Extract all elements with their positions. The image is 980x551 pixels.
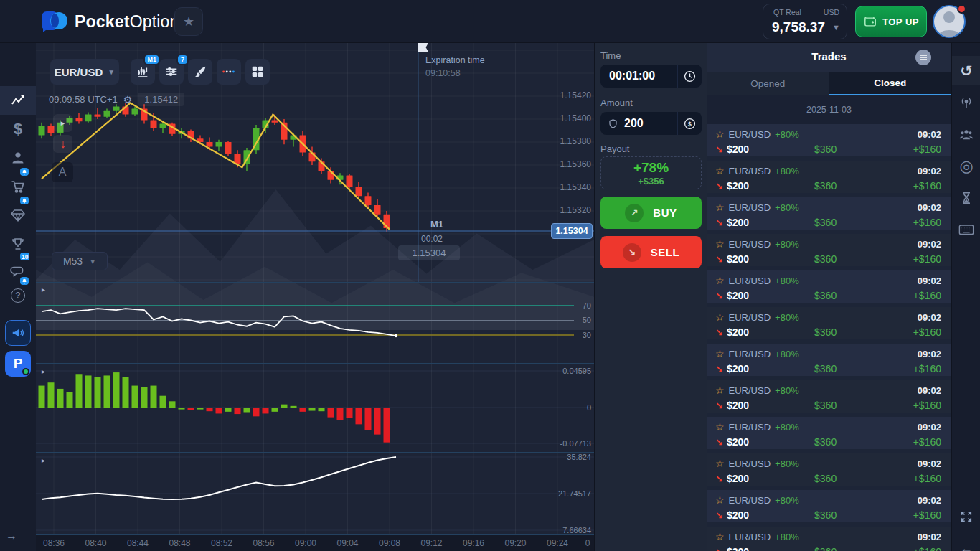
trade-row[interactable]: ☆EUR/USD+80%09:02↘$200$360+$160 (707, 234, 951, 266)
rsi-indicator-panel[interactable] (36, 282, 594, 363)
amount-label: Amount (600, 98, 633, 108)
indicators-icon (164, 65, 179, 79)
trade-row[interactable]: ☆EUR/USD+80%09:02↘$200$360+$160 (707, 270, 951, 303)
favorite-star-icon[interactable]: ☆ (715, 311, 725, 323)
sell-button[interactable]: ↘ SELL (600, 236, 702, 268)
macd-collapse-arrow[interactable]: ▸ (42, 367, 45, 375)
trade-pair: EUR/USD (729, 458, 771, 469)
indicators-button[interactable]: 7 (159, 59, 184, 85)
keyboard-button[interactable] (952, 215, 980, 244)
favorite-star-icon[interactable]: ☆ (715, 275, 725, 286)
panel-divider[interactable] (36, 363, 594, 364)
top-up-button[interactable]: TOP UP (855, 6, 927, 37)
trade-close-time: 09:02 (918, 239, 941, 250)
trade-row[interactable]: ☆EUR/USD+80%09:02↘$200$360+$160 (707, 161, 951, 193)
chart-type-button[interactable]: M1 (131, 59, 155, 85)
panel-divider[interactable] (36, 452, 594, 453)
sidebar-item-market[interactable] (0, 172, 36, 201)
oscillator-axis-label: 21.74517 (541, 489, 591, 498)
favorite-star-icon[interactable]: ☆ (715, 421, 725, 433)
rsi-axis-label: 30 (541, 331, 591, 339)
trade-row[interactable]: ☆EUR/USD+80%09:02↘$200$360+$160 (707, 124, 951, 156)
trade-direction-down-icon: ↘ (715, 327, 723, 338)
tools-dots-button[interactable] (217, 59, 241, 85)
favorite-star-icon[interactable]: ☆ (715, 128, 725, 140)
trade-row[interactable]: ☆EUR/USD+80%09:02↘$200$360+$160 (707, 527, 951, 551)
trade-payout-percent: +80% (775, 349, 799, 359)
time-axis-label: 09:08 (375, 538, 404, 548)
trade-row[interactable]: ☆EUR/USD+80%09:02↘$200$360+$160 (707, 344, 951, 376)
sidebar-item-profile[interactable] (0, 143, 36, 172)
trade-result: $360 (814, 143, 837, 155)
tab-closed[interactable]: Closed (829, 72, 952, 95)
arrow-down-right-icon: ↘ (623, 243, 641, 262)
sidebar-collapse-arrow[interactable]: → (6, 529, 17, 542)
history-button[interactable]: ↺ (952, 56, 980, 85)
trade-profit: +$160 (913, 509, 941, 521)
people-button[interactable] (952, 121, 980, 149)
layout-grid-button[interactable] (245, 59, 270, 85)
oscillator-indicator-panel[interactable] (36, 452, 594, 534)
candlestick-chart[interactable] (36, 43, 594, 282)
trade-row[interactable]: ☆EUR/USD+80%09:02↘$200$360+$160 (707, 307, 951, 339)
time-input[interactable]: 00:01:00 (600, 65, 702, 88)
drawing-brush-button[interactable] (188, 59, 212, 85)
trade-profit: +$160 (913, 436, 941, 448)
favorite-star-icon[interactable]: ☆ (715, 531, 725, 542)
dollar-circle-icon[interactable]: $ (677, 112, 702, 135)
sell-marker-button[interactable]: ↓ (53, 135, 72, 153)
replay-button[interactable]: ▸ (53, 114, 72, 132)
sidebar-item-pocket-app[interactable]: P (5, 351, 31, 377)
clock-icon[interactable] (677, 65, 702, 88)
trades-list[interactable]: ☆EUR/USD+80%09:02↘$200$360+$160☆EUR/USD+… (707, 124, 951, 551)
arrow-left-button[interactable]: ← (952, 534, 980, 551)
trade-row[interactable]: ☆EUR/USD+80%09:02↘$200$360+$160 (707, 197, 951, 230)
trade-pair: EUR/USD (729, 495, 771, 506)
sidebar-item-achievements[interactable] (0, 201, 36, 230)
panel-divider[interactable] (36, 282, 594, 283)
favorite-star-icon[interactable]: ☆ (715, 494, 725, 506)
asset-selector[interactable]: EUR/USD ▼ (50, 59, 119, 85)
sidebar-item-promo[interactable] (5, 320, 31, 346)
sidebar-item-trading[interactable] (0, 86, 36, 115)
trade-row[interactable]: ☆EUR/USD+80%09:02↘$200$360+$160 (707, 453, 951, 486)
amount-input[interactable]: 200 $ (600, 112, 702, 135)
time-axis-label: 09:16 (459, 538, 488, 548)
sidebar-item-help[interactable]: ? (0, 281, 36, 310)
antenna-button[interactable] (952, 89, 980, 118)
tab-opened[interactable]: Opened (707, 72, 829, 95)
rsi-collapse-arrow[interactable]: ▸ (42, 286, 45, 293)
trades-list-icon[interactable] (915, 49, 932, 66)
sidebar-item-finance[interactable]: $ (0, 115, 36, 143)
hourglass-button[interactable] (952, 184, 980, 212)
trade-row[interactable]: ☆EUR/USD+80%09:02↘$200$360+$160 (707, 490, 951, 522)
oscillator-axis-label: 35.824 (541, 453, 591, 461)
oscillator-collapse-arrow[interactable]: ▸ (42, 456, 45, 464)
gear-icon[interactable]: ⚙ (123, 94, 133, 105)
trade-direction-down-icon: ↘ (715, 254, 723, 265)
assistant-button[interactable]: A (52, 162, 73, 182)
favorite-star-icon[interactable]: ☆ (715, 238, 725, 250)
time-axis[interactable]: 08:3608:4008:4408:4808:5208:5609:0009:04… (36, 535, 594, 551)
favorite-star-icon[interactable]: ☆ (715, 165, 725, 176)
trade-row[interactable]: ☆EUR/USD+80%09:02↘$200$360+$160 (707, 380, 951, 413)
app-logo[interactable]: PocketOption (42, 9, 179, 34)
rsi-axis-label: 50 (541, 316, 591, 324)
macd-indicator-panel[interactable] (36, 363, 594, 452)
timeframe-selector[interactable]: M53 ▼ (52, 252, 108, 270)
favorite-star-icon[interactable]: ☆ (715, 202, 725, 213)
chart-area[interactable]: ▸ ▸ ▸ EUR/USD ▼ M17 09:09:58 UTC+1 ⚙ 1.1… (36, 43, 594, 551)
trade-payout-percent: +80% (775, 312, 799, 323)
account-switcher[interactable]: QT Real USD 9,758.37 ▼ (763, 4, 847, 39)
trade-payout-percent: +80% (775, 129, 799, 140)
trade-row[interactable]: ☆EUR/USD+80%09:02↘$200$360+$160 (707, 417, 951, 449)
favorite-star-icon[interactable]: ☆ (715, 458, 725, 469)
trade-pair: EUR/USD (729, 239, 771, 250)
favorites-button[interactable]: ★ (174, 7, 203, 36)
favorite-star-icon[interactable]: ☆ (715, 385, 725, 396)
target-button[interactable]: ◎ (952, 152, 980, 181)
people-icon (958, 128, 974, 142)
expand-button[interactable] (952, 502, 980, 531)
buy-button[interactable]: ↗ BUY (600, 197, 702, 229)
favorite-star-icon[interactable]: ☆ (715, 348, 725, 359)
